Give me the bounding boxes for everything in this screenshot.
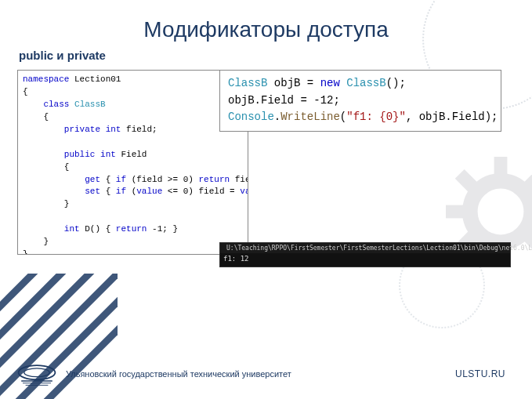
console-titlebar: U:\Teaching\RPPO\FirstSemester\FirstSeme… bbox=[220, 243, 510, 253]
code-snippet-usage: ClassB objB = new ClassB(); objB.Field =… bbox=[219, 70, 501, 132]
svg-point-0 bbox=[470, 181, 531, 242]
footer-university: Ульяновский государственный технический … bbox=[66, 369, 291, 379]
console-output: U:\Teaching\RPPO\FirstSemester\FirstSeme… bbox=[219, 242, 511, 267]
console-path: U:\Teaching\RPPO\FirstSemester\FirstSeme… bbox=[226, 244, 532, 252]
svg-point-16 bbox=[24, 368, 49, 377]
footer: Ульяновский государственный технический … bbox=[0, 360, 532, 388]
footer-site: ULSTU.RU bbox=[455, 368, 505, 379]
console-body: f1: 12 bbox=[220, 253, 510, 267]
code-snippet-class-definition: namespace Lection01 { class ClassB { pri… bbox=[17, 70, 248, 255]
svg-rect-1 bbox=[494, 157, 508, 176]
svg-rect-3 bbox=[446, 205, 465, 219]
university-logo bbox=[16, 360, 58, 388]
